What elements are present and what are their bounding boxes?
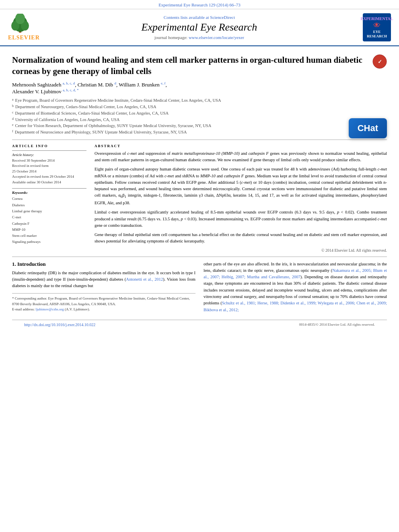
logo-text-top: EXPERIMENTAL bbox=[361, 16, 393, 21]
intro-para-2: other parts of the eye are also affected… bbox=[204, 261, 387, 313]
abstract-column: ABSTRACT Overexpression of c-met and sup… bbox=[95, 144, 387, 253]
affiliation-d: d University of California Los Angeles, … bbox=[12, 117, 387, 123]
svg-text:✓: ✓ bbox=[378, 59, 382, 65]
article-title: Normalization of wound healing and stem … bbox=[12, 54, 368, 77]
bottom-bar: http://dx.doi.org/10.1016/j.exer.2014.10… bbox=[12, 320, 387, 329]
author-saghizadeh: Mehrnoosh Saghizadeh bbox=[12, 82, 63, 88]
citation-text: Experimental Eye Research 129 (2014) 66–… bbox=[158, 2, 241, 7]
email-link[interactable]: ljubimov@cshs.org bbox=[35, 307, 64, 311]
authors: Mehrnoosh Saghizadeh a, b, c, d, Christi… bbox=[12, 81, 387, 95]
journal-center-info: Contents lists available at ScienceDirec… bbox=[40, 15, 359, 40]
keyword-mmp10: MMP-10 bbox=[12, 227, 86, 233]
journal-homepage-url[interactable]: www.elsevier.com/locate/yexer bbox=[189, 35, 244, 40]
affiliation-c: c Department of Biomedical Sciences, Ced… bbox=[12, 110, 387, 117]
intro-text-right: other parts of the eye are also affected… bbox=[204, 261, 387, 313]
abstract-copyright: © 2014 Elsevier Ltd. All rights reserved… bbox=[95, 248, 387, 253]
received-revised-date: 25 October 2014 bbox=[12, 169, 86, 175]
abstract-para-4: Gene therapy of limbal epithelial stem c… bbox=[95, 232, 387, 245]
intro-text-left: Diabetic retinopathy (DR) is the major c… bbox=[12, 270, 195, 290]
corresponding-note: * Corresponding author. Eye Program, Boa… bbox=[12, 296, 195, 307]
science-direct-link[interactable]: Contents lists available at ScienceDirec… bbox=[40, 15, 359, 20]
affiliation-b: b Department of Neurosurgery, Cedars-Sin… bbox=[12, 104, 387, 110]
accepted-date: Accepted in revised form 29 October 2014 bbox=[12, 174, 86, 180]
abstract-text: Overexpression of c-met and suppression … bbox=[95, 150, 387, 245]
article-history: Article history: Received 30 September 2… bbox=[12, 150, 86, 185]
citation-bar: Experimental Eye Research 129 (2014) 66–… bbox=[0, 0, 399, 9]
affiliation-e: e Center for Vision Research, Department… bbox=[12, 123, 387, 129]
crossmark-icon[interactable]: ✓ bbox=[372, 54, 387, 69]
journal-header: ELSEVIER Contents lists available at Sci… bbox=[0, 9, 399, 46]
keyword-cathepsin: Cathepsin F bbox=[12, 221, 86, 227]
footnote-section: * Corresponding author. Eye Program, Boa… bbox=[12, 293, 195, 312]
keyword-diabetes: Diabetes bbox=[12, 202, 86, 208]
email-footnote: E-mail address: ljubimov@cshs.org (A.V. … bbox=[12, 307, 195, 312]
history-label: Article history: bbox=[12, 153, 86, 157]
elsevier-name: ELSEVIER bbox=[8, 35, 40, 41]
elsevier-tree-icon bbox=[8, 14, 32, 34]
article-info-column: ARTICLE INFO Article history: Received 3… bbox=[12, 144, 86, 253]
journal-logo-box: EXPERIMENTAL 👁 EYE RESEARCH bbox=[363, 13, 391, 41]
main-content: Normalization of wound healing and stem … bbox=[0, 46, 399, 337]
journal-logo: EXPERIMENTAL 👁 EYE RESEARCH bbox=[359, 13, 391, 41]
affiliation-a: a Eye Program, Board of Governors Regene… bbox=[12, 97, 387, 104]
keywords-list: Cornea Diabetes Limbal gene therapy C-me… bbox=[12, 196, 86, 245]
received-date: Received 30 September 2014 bbox=[12, 158, 86, 164]
keyword-cmet: C-met bbox=[12, 214, 86, 220]
article-info-title: ARTICLE INFO bbox=[12, 144, 86, 148]
journal-homepage-label: journal homepage: www.elsevier.com/locat… bbox=[40, 35, 359, 40]
doi-link[interactable]: http://dx.doi.org/10.1016/j.exer.2014.10… bbox=[24, 322, 95, 327]
abstract-para-3: Limbal c-met overexpression significantl… bbox=[95, 209, 387, 229]
keywords-section: Keywords: Cornea Diabetes Limbal gene th… bbox=[12, 188, 86, 245]
divider-2 bbox=[12, 257, 387, 257]
page: Experimental Eye Research 129 (2014) 66–… bbox=[0, 0, 399, 532]
keywords-title: Keywords: bbox=[12, 191, 86, 195]
logo-text-mid: EYE RESEARCH bbox=[364, 30, 389, 39]
author-ljubimov: Alexander V. Ljubimov bbox=[12, 88, 63, 94]
article-title-section: Normalization of wound healing and stem … bbox=[12, 50, 387, 77]
intro-para-1: Diabetic retinopathy (DR) is the major c… bbox=[12, 270, 195, 290]
intro-col-right: other parts of the eye are also affected… bbox=[204, 261, 387, 316]
intro-col-left: 1. Introduction Diabetic retinopathy (DR… bbox=[12, 261, 195, 316]
keyword-stemcell: Stem cell marker bbox=[12, 233, 86, 239]
issn-copyright: 0014-4835/© 2014 Elsevier Ltd. All right… bbox=[299, 322, 375, 327]
received-revised-label: Received in revised form bbox=[12, 163, 86, 169]
chat-button[interactable]: CHat bbox=[349, 118, 387, 138]
section-number: 1. Introduction bbox=[12, 261, 195, 267]
abstract-para-2: Eight pairs of organ-cultured autopsy hu… bbox=[95, 166, 387, 206]
abstract-para-1: Overexpression of c-met and suppression … bbox=[95, 150, 387, 164]
keyword-cornea: Cornea bbox=[12, 196, 86, 202]
elsevier-logo: ELSEVIER bbox=[8, 14, 40, 41]
abstract-title: ABSTRACT bbox=[95, 144, 387, 148]
introduction-section: 1. Introduction Diabetic retinopathy (DR… bbox=[12, 261, 387, 316]
keyword-limbal: Limbal gene therapy bbox=[12, 208, 86, 214]
keyword-signaling: Signaling pathways bbox=[12, 239, 86, 245]
affiliations: a Eye Program, Board of Governors Regene… bbox=[12, 97, 387, 136]
available-date: Available online 30 October 2014 bbox=[12, 180, 86, 185]
divider-1 bbox=[12, 140, 387, 140]
journal-name: Experimental Eye Research bbox=[40, 21, 359, 33]
article-info-abstract: ARTICLE INFO Article history: Received 3… bbox=[12, 144, 387, 253]
affiliation-f: f Department of Neuroscience and Physiol… bbox=[12, 129, 387, 136]
